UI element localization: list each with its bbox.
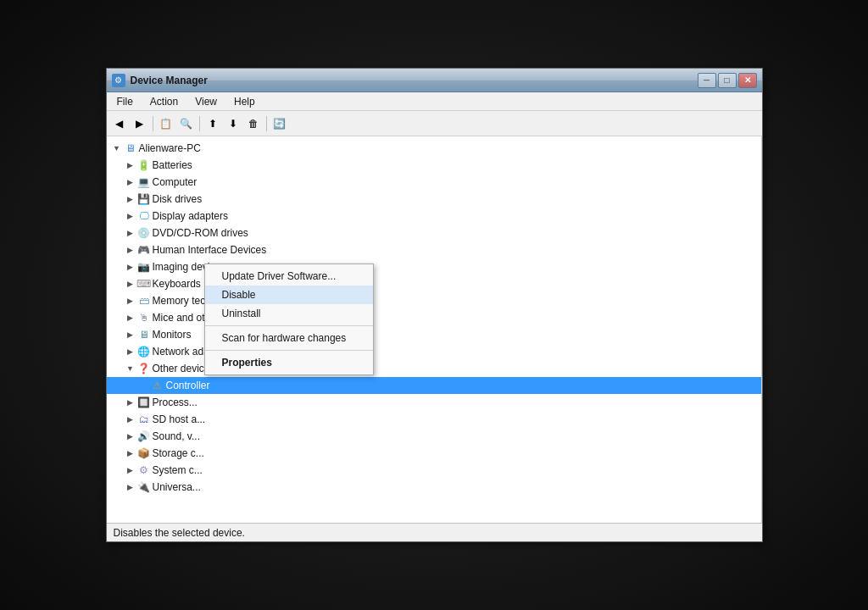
disk-expander[interactable]: ▶ — [124, 192, 137, 206]
sd-label: SD host a... — [153, 413, 206, 425]
memory-icon: 🗃 — [137, 294, 151, 308]
dvd-label: DVD/CD-ROM drives — [153, 227, 248, 239]
toolbar-separator-3 — [266, 116, 267, 131]
batteries-icon: 🔋 — [137, 158, 151, 172]
tree-item-display[interactable]: ▶ 🖵 Display adapters — [107, 208, 761, 225]
root-label: Alienware-PC — [139, 142, 201, 154]
system-expander[interactable]: ▶ — [124, 463, 137, 477]
toolbar: ◀ ▶ 📋 🔍 ⬆ ⬇ 🗑 🔄 — [107, 111, 762, 136]
sound-icon: 🔊 — [137, 430, 151, 443]
status-bar: Disables the selected device. — [107, 523, 762, 541]
close-button[interactable]: ✕ — [738, 73, 757, 88]
processors-expander[interactable]: ▶ — [124, 396, 137, 409]
computer-label: Computer — [153, 176, 198, 188]
menu-file[interactable]: File — [110, 94, 140, 109]
title-bar-left: ⚙ Device Manager — [112, 74, 208, 87]
device-manager-window: ⚙ Device Manager ─ □ ✕ File Action View … — [106, 68, 763, 542]
sd-expander[interactable]: ▶ — [124, 413, 137, 426]
hid-expander[interactable]: ▶ — [124, 243, 137, 257]
title-bar: ⚙ Device Manager ─ □ ✕ — [107, 69, 762, 92]
toolbar-uninstall[interactable]: 🗑 — [244, 114, 263, 133]
menu-bar: File Action View Help — [107, 92, 762, 111]
keyboards-expander[interactable]: ▶ — [124, 277, 137, 291]
universal-icon: 🔌 — [137, 480, 151, 494]
tree-item-computer[interactable]: ▶ 💻 Computer — [107, 174, 761, 191]
universal-label: Universa... — [153, 481, 201, 493]
tree-root[interactable]: ▼ 🖥 Alienware-PC — [107, 140, 761, 157]
context-scan[interactable]: Scan for hardware changes — [205, 329, 373, 347]
other-expander[interactable]: ▼ — [124, 362, 137, 375]
context-separator-2 — [205, 350, 373, 351]
toolbar-refresh[interactable]: 🔄 — [270, 114, 289, 133]
root-expander[interactable]: ▼ — [110, 141, 124, 155]
tree-item-storage[interactable]: ▶ 📦 Storage c... — [107, 445, 761, 462]
monitors-expander[interactable]: ▶ — [124, 328, 137, 341]
context-uninstall[interactable]: Uninstall — [205, 304, 373, 323]
tree-item-universal[interactable]: ▶ 🔌 Universa... — [107, 479, 761, 496]
status-text: Disables the selected device. — [114, 527, 245, 539]
context-disable[interactable]: Disable — [205, 286, 373, 304]
network-icon: 🌐 — [137, 345, 151, 358]
universal-expander[interactable]: ▶ — [124, 480, 137, 494]
context-menu: Update Driver Software... Disable Uninst… — [204, 263, 374, 375]
controller-label: Controller — [166, 380, 210, 391]
imaging-icon: 📷 — [137, 260, 151, 274]
processors-label: Process... — [153, 396, 198, 408]
tree-item-batteries[interactable]: ▶ 🔋 Batteries — [107, 157, 761, 174]
hid-icon: 🎮 — [137, 243, 151, 257]
window-icon: ⚙ — [112, 74, 125, 87]
menu-view[interactable]: View — [188, 94, 224, 109]
menu-help[interactable]: Help — [227, 94, 262, 109]
monitor-icon: 🖥 — [137, 328, 151, 341]
tree-item-processors[interactable]: ▶ 🔲 Process... — [107, 394, 761, 411]
sound-label: Sound, v... — [153, 430, 200, 442]
hid-label: Human Interface Devices — [153, 244, 267, 256]
controller-expander — [137, 379, 151, 392]
keyboard-label: Keyboards — [153, 278, 201, 290]
storage-label: Storage c... — [153, 447, 204, 459]
tree-item-sd[interactable]: ▶ 🗂 SD host a... — [107, 411, 761, 428]
computer-icon: 💻 — [137, 175, 151, 189]
keyboard-icon: ⌨ — [137, 277, 151, 291]
tree-item-system[interactable]: ▶ ⚙ System c... — [107, 462, 761, 479]
storage-expander[interactable]: ▶ — [124, 446, 137, 460]
display-expander[interactable]: ▶ — [124, 209, 137, 223]
toolbar-scan[interactable]: 🔍 — [177, 114, 196, 133]
batteries-expander[interactable]: ▶ — [124, 158, 137, 172]
menu-action[interactable]: Action — [143, 94, 185, 109]
context-update-driver[interactable]: Update Driver Software... — [205, 267, 373, 286]
title-buttons: ─ □ ✕ — [698, 73, 757, 88]
toolbar-rollback[interactable]: ⬇ — [224, 114, 242, 133]
sd-icon: 🗂 — [137, 413, 151, 426]
tree-item-hid[interactable]: ▶ 🎮 Human Interface Devices — [107, 241, 761, 258]
tree-item-disk[interactable]: ▶ 💾 Disk drives — [107, 191, 761, 208]
maximize-button[interactable]: □ — [718, 73, 737, 88]
minimize-button[interactable]: ─ — [698, 73, 716, 88]
disk-label: Disk drives — [153, 193, 203, 205]
toolbar-update-driver[interactable]: ⬆ — [203, 114, 222, 133]
tree-item-controller[interactable]: ⚠ Controller — [107, 377, 761, 394]
computer-expander[interactable]: ▶ — [124, 175, 137, 189]
imaging-expander[interactable]: ▶ — [124, 260, 137, 274]
system-label: System c... — [153, 464, 203, 476]
root-icon: 🖥 — [124, 141, 137, 155]
toolbar-separator-1 — [153, 116, 153, 131]
toolbar-forward[interactable]: ▶ — [131, 114, 149, 133]
mice-expander[interactable]: ▶ — [124, 311, 137, 324]
network-expander[interactable]: ▶ — [124, 345, 137, 358]
tree-item-sound[interactable]: ▶ 🔊 Sound, v... — [107, 428, 761, 445]
toolbar-back[interactable]: ◀ — [110, 114, 129, 133]
processor-icon: 🔲 — [137, 396, 151, 409]
sound-expander[interactable]: ▶ — [124, 430, 137, 443]
toolbar-properties[interactable]: 📋 — [157, 114, 175, 133]
window-title: Device Manager — [131, 75, 208, 86]
memory-expander[interactable]: ▶ — [124, 294, 137, 308]
disk-icon: 💾 — [137, 192, 151, 206]
context-properties[interactable]: Properties — [205, 353, 373, 372]
dvd-icon: 💿 — [137, 226, 151, 240]
other-icon: ❓ — [137, 362, 151, 375]
display-icon: 🖵 — [137, 209, 151, 223]
tree-item-dvd[interactable]: ▶ 💿 DVD/CD-ROM drives — [107, 225, 761, 241]
dvd-expander[interactable]: ▶ — [124, 226, 137, 240]
monitors-label: Monitors — [153, 329, 192, 341]
